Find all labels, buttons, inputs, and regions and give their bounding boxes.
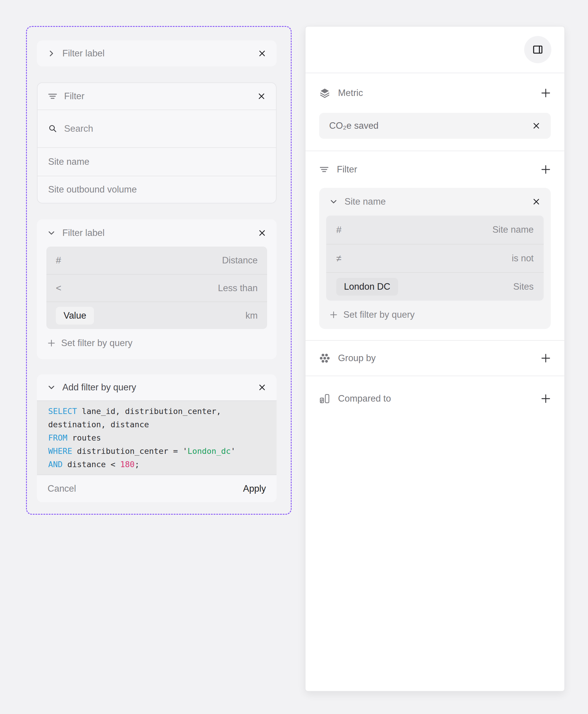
chevron-right-icon[interactable]: [47, 49, 56, 58]
set-filter-by-query-button[interactable]: Set filter by query: [37, 329, 277, 357]
operator-selector-row[interactable]: < Less than: [46, 274, 267, 302]
query-editor-title: Add filter by query: [62, 382, 251, 393]
close-icon[interactable]: [532, 121, 541, 130]
value-input-chip[interactable]: Value: [56, 307, 94, 325]
field-selector-row[interactable]: # Distance: [46, 246, 267, 274]
sidebar-right-icon: [532, 44, 544, 56]
filter-editor-card: Filter label # Distance < Less than Valu…: [37, 219, 277, 359]
compare-bars-icon: [319, 393, 330, 404]
filter-picker-card: Filter Search Site name Site outbound vo…: [37, 82, 277, 203]
filter-icon: [319, 165, 329, 174]
search-input[interactable]: Search: [38, 110, 276, 148]
query-editor-card: Add filter by query SELECT lane_id, dist…: [37, 374, 277, 502]
add-filter-button[interactable]: [541, 165, 551, 174]
filter-section-label: Filter: [337, 164, 533, 175]
unit-label: km: [246, 310, 258, 321]
sql-code[interactable]: SELECT lane_id, distribution_center,dest…: [37, 401, 277, 475]
field-selector-row[interactable]: # Site name: [326, 216, 544, 244]
close-icon[interactable]: [258, 49, 267, 58]
compared-to-section-label: Compared to: [338, 393, 533, 404]
sql-code-line: SELECT lane_id, distribution_center,: [48, 405, 265, 418]
panel-topbar: [306, 26, 564, 73]
active-filter-title: Site name: [344, 196, 525, 207]
selected-metric-label: CO₂e saved: [329, 121, 378, 131]
search-placeholder: Search: [64, 124, 93, 134]
unit-label: Sites: [513, 281, 533, 292]
field-value: Site name: [492, 224, 533, 235]
group-dots-icon: [319, 352, 330, 364]
close-icon[interactable]: [258, 383, 267, 392]
plus-icon: [47, 339, 55, 347]
filter-section: Filter Site name # Site name: [306, 151, 564, 341]
value-input-row: Value km: [46, 302, 267, 329]
add-compared-to-button[interactable]: [541, 394, 551, 404]
field-value: Distance: [222, 255, 258, 266]
group-by-section: Group by: [306, 341, 564, 376]
close-icon[interactable]: [532, 197, 541, 206]
add-metric-button[interactable]: [541, 88, 551, 98]
filter-editor-title: Filter label: [62, 228, 251, 238]
operator-value: Less than: [218, 283, 258, 294]
apply-button[interactable]: Apply: [243, 483, 266, 494]
chevron-down-icon[interactable]: [47, 229, 56, 237]
group-by-section-label: Group by: [338, 353, 533, 364]
collapse-panel-button[interactable]: [524, 36, 551, 63]
cancel-button[interactable]: Cancel: [47, 483, 76, 494]
collapsed-filter-title: Filter label: [62, 48, 251, 59]
number-field-icon: #: [56, 255, 61, 266]
plus-icon: [330, 311, 337, 319]
active-filter-card: Site name # Site name ≠ is not London DC…: [319, 188, 551, 329]
compared-to-section: Compared to: [306, 376, 564, 421]
set-filter-by-query-button[interactable]: Set filter by query: [319, 301, 551, 329]
chevron-down-icon[interactable]: [329, 197, 338, 206]
selected-metric-row[interactable]: CO₂e saved: [319, 113, 551, 139]
search-icon: [48, 124, 58, 133]
design-spec-container: Filter label Filter Search Site name: [26, 26, 292, 515]
filter-option-site-outbound-volume[interactable]: Site outbound volume: [38, 176, 276, 203]
close-icon[interactable]: [257, 92, 266, 101]
filter-icon: [47, 91, 58, 101]
number-field-icon: #: [336, 224, 341, 235]
not-equal-icon: ≠: [336, 253, 341, 264]
chevron-down-icon[interactable]: [47, 383, 56, 392]
add-group-by-button[interactable]: [541, 353, 551, 363]
set-filter-by-query-label: Set filter by query: [61, 338, 132, 348]
filter-editor-panel: # Distance < Less than Value km: [46, 246, 267, 329]
collapsed-filter-card: Filter label: [37, 40, 277, 66]
metric-section: Metric CO₂e saved: [306, 73, 564, 151]
value-input-row: London DC Sites: [326, 272, 544, 301]
filter-value-chip[interactable]: London DC: [336, 278, 398, 296]
sql-code-line: WHERE distribution_center = 'London_dc': [48, 445, 265, 458]
operator-selector-row[interactable]: ≠ is not: [326, 244, 544, 272]
layers-icon: [319, 87, 330, 99]
option-label: Site outbound volume: [48, 184, 137, 195]
operator-value: is not: [512, 253, 533, 264]
filter-picker-title: Filter: [64, 91, 251, 102]
metric-section-label: Metric: [338, 88, 533, 98]
less-than-icon: <: [56, 283, 61, 294]
set-filter-by-query-label: Set filter by query: [343, 309, 415, 320]
close-icon[interactable]: [258, 229, 267, 237]
filter-option-site-name[interactable]: Site name: [38, 148, 276, 176]
chart-config-panel: Metric CO₂e saved Filter: [305, 26, 565, 692]
sql-code-line: destination, distance: [48, 418, 265, 431]
sql-code-line: AND distance < 180;: [48, 458, 265, 471]
option-label: Site name: [48, 156, 89, 167]
sql-code-line: FROM routes: [48, 431, 265, 445]
active-filter-panel: # Site name ≠ is not London DC Sites: [326, 216, 544, 301]
